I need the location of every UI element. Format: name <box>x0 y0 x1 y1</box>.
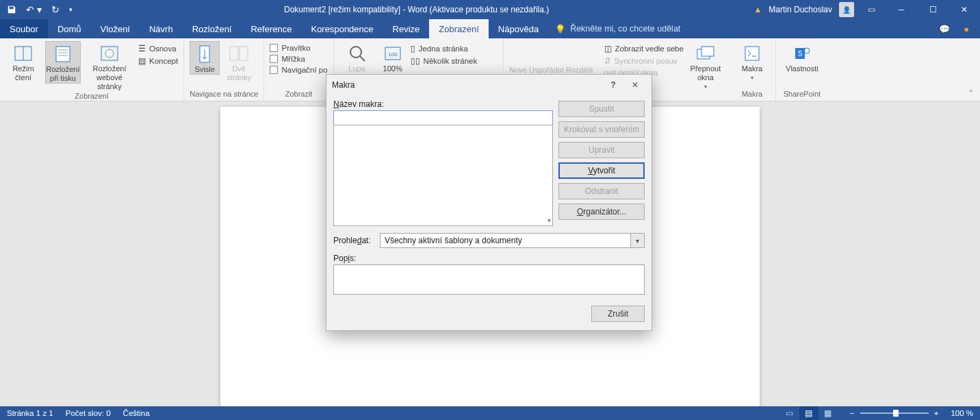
svg-rect-17 <box>745 47 759 60</box>
svg-rect-2 <box>56 47 70 62</box>
tab-layout[interactable]: Rozložení <box>183 19 242 38</box>
tab-mailings[interactable]: Korespondence <box>301 19 383 38</box>
checkbox-icon <box>270 66 278 74</box>
zoom-level[interactable]: 100 % <box>951 409 973 417</box>
one-page-button[interactable]: ▯Jedna stránka <box>411 44 478 53</box>
tab-design[interactable]: Návrh <box>140 19 183 38</box>
one-page-label: Jedna stránka <box>419 45 468 53</box>
ribbon-display-icon[interactable]: ▭ <box>861 5 881 14</box>
cancel-button[interactable]: Zrušit <box>591 306 645 322</box>
read-mode-icon <box>12 44 34 63</box>
lookin-label: Prohledat: <box>333 236 374 245</box>
dialog-title: Makra <box>332 80 354 90</box>
multi-page-button[interactable]: ▯▯Několik stránek <box>411 56 478 66</box>
tell-me-search[interactable]: 💡 Řekněte mi, co chcete udělat <box>555 19 680 38</box>
save-icon[interactable] <box>7 5 16 14</box>
checkbox-icon <box>270 44 278 52</box>
web-layout-view-button[interactable]: ▦ <box>818 406 838 420</box>
macro-name-label: Název makra: <box>333 99 553 109</box>
draft-button[interactable]: ▤Koncept <box>138 56 178 66</box>
avatar[interactable]: 👤 <box>839 2 854 17</box>
quick-access-toolbar: ↶ ▾ ↻ ▾ <box>0 4 79 15</box>
qat-customize-icon[interactable]: ▾ <box>69 6 73 13</box>
web-layout-button[interactable]: Rozložení webové stránky <box>85 41 134 92</box>
zoom-slider[interactable] <box>860 412 929 414</box>
close-button[interactable]: ✕ <box>949 0 980 19</box>
description-textarea[interactable] <box>333 264 645 295</box>
undo-icon[interactable]: ↶ ▾ <box>26 4 42 15</box>
group-macros: Makra ▾ Makra <box>729 38 776 101</box>
ruler-label: Pravítko <box>281 44 310 52</box>
macro-list[interactable]: ▾ <box>333 125 553 226</box>
switch-windows-button[interactable]: Přepnout okna ▾ <box>688 41 723 90</box>
side-by-side-icon: ◫ <box>604 44 612 53</box>
dialog-close-button[interactable]: ✕ <box>624 75 646 95</box>
properties-label: Vlastnosti <box>786 64 818 73</box>
print-layout-button[interactable]: Rozložení při tisku <box>45 41 81 84</box>
one-page-icon: ▯ <box>411 44 415 53</box>
lookin-select[interactable]: Všechny aktivní šablony a dokumenty ▾ <box>380 233 645 248</box>
svg-point-20 <box>804 48 810 53</box>
pending-dot-icon[interactable]: ● <box>964 24 969 34</box>
lightbulb-icon: 💡 <box>555 24 566 34</box>
organizer-button[interactable]: Organizátor... <box>558 203 645 220</box>
tab-help[interactable]: Nápověda <box>489 19 548 38</box>
read-mode-view-button[interactable]: ▭ <box>780 406 799 420</box>
collapse-ribbon-icon[interactable]: ˄ <box>969 89 973 98</box>
tab-file[interactable]: Soubor <box>0 19 48 38</box>
properties-button[interactable]: S Vlastnosti <box>782 41 823 73</box>
multi-page-icon: ▯▯ <box>411 56 420 66</box>
vertical-label: Svisle <box>195 65 215 74</box>
tell-me-label: Řekněte mi, co chcete udělat <box>570 24 680 34</box>
gridlines-checkbox[interactable]: Mřížka <box>270 55 327 63</box>
nav-pane-checkbox[interactable]: Navigační po <box>270 66 327 74</box>
tab-view[interactable]: Zobrazení <box>429 19 489 38</box>
window-title: Dokument2 [režim kompatibility] - Word (… <box>79 5 754 14</box>
redo-icon[interactable]: ↻ <box>51 4 60 15</box>
ribbon-tabs: Soubor Domů Vložení Návrh Rozložení Refe… <box>0 19 980 38</box>
ruler-checkbox[interactable]: Pravítko <box>270 44 327 52</box>
minimize-button[interactable]: ─ <box>886 0 917 19</box>
word-count-status[interactable]: Počet slov: 0 <box>66 409 111 417</box>
group-macros-label: Makra <box>734 90 770 101</box>
window-buttons-partial: Nové Uspořádat Rozdělit <box>509 41 593 74</box>
dialog-titlebar[interactable]: Makra ? ✕ <box>326 75 652 95</box>
outline-icon: ☰ <box>138 44 146 53</box>
zoom-slider-thumb[interactable] <box>893 410 899 417</box>
page-number-status[interactable]: Stránka 1 z 1 <box>7 409 53 417</box>
user-name[interactable]: Martin Duchoslav <box>769 5 832 14</box>
zoom-control: − + <box>850 409 938 417</box>
maximize-button[interactable]: ☐ <box>917 0 949 19</box>
zoom-button[interactable]: Lupa <box>339 41 375 73</box>
side-by-side-button[interactable]: ◫Zobrazit vedle sebe <box>604 44 684 53</box>
print-layout-view-button[interactable]: ▤ <box>799 406 818 420</box>
checkbox-icon <box>270 55 278 63</box>
macro-name-input[interactable] <box>333 110 553 125</box>
create-button[interactable]: Vytvořit <box>558 162 645 179</box>
svg-rect-10 <box>240 47 248 60</box>
outline-button[interactable]: ☰Osnova <box>138 44 178 53</box>
tab-references[interactable]: Reference <box>241 19 301 38</box>
side-to-side-button: Dvě stránky <box>224 41 254 82</box>
read-mode-button[interactable]: Režim čtení <box>5 41 41 82</box>
dialog-help-button[interactable]: ? <box>602 75 624 95</box>
edit-button: Upravit <box>558 142 645 158</box>
tab-insert[interactable]: Vložení <box>91 19 140 38</box>
zoom-100-button[interactable]: 100 100% <box>379 41 407 73</box>
side-to-side-label: Dvě stránky <box>227 64 250 82</box>
feedback-icon[interactable]: 💬 <box>939 24 950 34</box>
zoom-out-button[interactable]: − <box>850 409 855 417</box>
svg-text:100: 100 <box>388 51 398 58</box>
macros-button[interactable]: Makra ▾ <box>734 41 770 82</box>
read-mode-label: Režim čtení <box>12 64 34 82</box>
zoom-label: Lupa <box>348 64 365 73</box>
language-status[interactable]: Čeština <box>123 409 150 417</box>
print-layout-label: Rozložení při tisku <box>47 65 80 83</box>
zoom-in-button[interactable]: + <box>934 409 939 417</box>
tab-home[interactable]: Domů <box>48 19 91 38</box>
sync-scroll-label: Synchronní posuv <box>615 57 678 65</box>
gridlines-label: Mřížka <box>281 55 305 63</box>
vertical-button[interactable]: Svisle <box>190 41 220 75</box>
web-layout-icon <box>99 44 120 63</box>
tab-review[interactable]: Revize <box>383 19 430 38</box>
